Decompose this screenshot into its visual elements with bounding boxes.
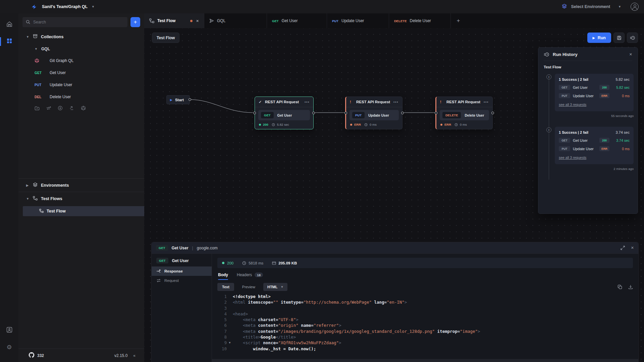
tab-body[interactable]: Body xyxy=(218,273,228,280)
method-label: GET xyxy=(35,71,47,75)
node-menu-icon[interactable]: ••• xyxy=(393,100,398,104)
arrows-swap-icon[interactable] xyxy=(46,106,51,112)
user-box-icon xyxy=(6,327,12,334)
node-title: REST API Request xyxy=(446,100,481,104)
nav-interceptor[interactable] xyxy=(0,324,18,337)
fold-caret-icon[interactable]: ▼ xyxy=(227,340,233,346)
node-menu-icon[interactable]: ••• xyxy=(305,100,310,104)
graphql-hex-icon[interactable] xyxy=(81,106,86,112)
save-button[interactable] xyxy=(613,33,625,43)
github-star-count: 332 xyxy=(37,353,44,358)
line-number: 3 xyxy=(212,305,227,311)
history-request-row: GET Get User 200 3.74 sec xyxy=(559,138,630,143)
chevron-down-icon: ▼ xyxy=(280,285,283,289)
timeline-marker-icon: ! xyxy=(546,127,551,132)
save-icon xyxy=(617,36,622,40)
start-node[interactable]: ▶ Start xyxy=(166,95,190,104)
input-port[interactable] xyxy=(344,112,347,114)
select-environment-button[interactable]: Select Environment xyxy=(571,4,610,9)
tab-update-user[interactable]: PUTUpdate User xyxy=(327,13,389,28)
headers-count-badge: 18 xyxy=(255,273,263,277)
format-select[interactable]: HTML ▼ xyxy=(263,283,287,291)
body-toolbar: Text Preview HTML ▼ xyxy=(212,280,638,293)
caret-right-icon: ▶ xyxy=(26,184,30,187)
output-port[interactable] xyxy=(189,98,191,101)
view-preview-button[interactable]: Preview xyxy=(237,283,260,291)
nav-collections[interactable] xyxy=(0,36,18,48)
sidebar-item-delete-user[interactable]: DELDelete User xyxy=(18,91,144,103)
caret-down-icon: ▼ xyxy=(35,47,38,51)
tab-delete-user[interactable]: DELETEDelete User xyxy=(389,13,450,28)
input-port[interactable] xyxy=(435,112,437,114)
flow-node-update-user[interactable]: ! REST API Request ••• PUT Update User E… xyxy=(345,97,402,129)
nav-request[interactable]: Request xyxy=(152,276,212,285)
line-number: 4 xyxy=(212,311,227,317)
test-flows-section-header[interactable]: ▼ Test Flows xyxy=(18,192,144,205)
output-port[interactable] xyxy=(312,112,315,114)
flow-node-delete-user[interactable]: ! REST API Request ••• DELETE Delete Use… xyxy=(435,97,493,129)
workspace-selector[interactable]: Sanil's Team/Graph QL xyxy=(42,4,88,9)
copy-icon[interactable] xyxy=(618,285,622,289)
output-port[interactable] xyxy=(491,112,494,114)
tab-headers[interactable]: Headers 18 xyxy=(237,273,263,280)
nav-home[interactable] xyxy=(0,19,18,31)
method-badge: GET xyxy=(156,245,168,251)
gear-icon: ⚙ xyxy=(6,344,12,351)
new-tab-button[interactable]: + xyxy=(450,13,466,28)
see-all-requests-link[interactable]: see all 3 requests xyxy=(559,156,586,160)
archive-box-icon xyxy=(33,34,38,40)
code-viewer[interactable]: 1 <!doctype html>2 <html itemscope="" it… xyxy=(212,293,638,362)
nav-response[interactable]: Response xyxy=(152,266,212,276)
flow-canvas[interactable]: Test Flow ▶ Run ▶ Start ✓ R xyxy=(144,28,644,362)
status-dot xyxy=(222,262,224,264)
run-button[interactable]: ▶ Run xyxy=(587,33,611,43)
expand-icon[interactable] xyxy=(621,246,625,250)
output-port[interactable] xyxy=(401,112,404,114)
close-icon[interactable]: ✕ xyxy=(631,246,634,250)
github-icon[interactable] xyxy=(29,352,35,359)
chevron-down-icon[interactable]: ▼ xyxy=(618,5,621,8)
flow-node-get-user[interactable]: ✓ REST API Request ••• GET Get User 200 … xyxy=(255,97,314,129)
search-input[interactable] xyxy=(22,17,127,27)
size-icon xyxy=(272,261,276,265)
code-line: 7 <meta content="/images/branding/google… xyxy=(212,328,638,334)
run-history-flow-name: Test Flow xyxy=(544,65,632,69)
collection-folder-gql[interactable]: ▼ GQL xyxy=(18,43,144,55)
download-icon[interactable] xyxy=(628,285,633,289)
see-all-requests-link[interactable]: see all 3 requests xyxy=(559,103,586,107)
account-button[interactable] xyxy=(631,3,639,11)
sidebar-item-git-graph-ql[interactable]: Git Graph QL xyxy=(18,55,144,67)
run-history-button[interactable] xyxy=(627,33,638,43)
request-label: Update User xyxy=(50,82,72,87)
clock-icon xyxy=(272,123,275,126)
close-icon[interactable]: ✕ xyxy=(196,19,199,23)
tab-label: Delete User xyxy=(410,18,431,23)
collapse-sidebar-button[interactable]: « xyxy=(133,353,136,358)
close-icon[interactable]: ✕ xyxy=(629,52,632,57)
view-text-button[interactable]: Text xyxy=(217,283,234,291)
tab-gql[interactable]: GQL xyxy=(204,13,267,28)
add-new-button[interactable]: + xyxy=(130,17,140,27)
folder-plus-icon[interactable] xyxy=(35,106,40,112)
sidebar-item-test-flow[interactable]: Test Flow xyxy=(23,206,144,216)
chevron-down-icon[interactable]: ▼ xyxy=(92,5,95,8)
line-number: 8 xyxy=(212,334,227,340)
environments-section-header[interactable]: ▶ Environments xyxy=(18,179,144,192)
node-menu-icon[interactable]: ••• xyxy=(484,100,489,104)
flow-name-badge: Test Flow xyxy=(152,33,179,43)
input-port[interactable] xyxy=(253,112,256,114)
collections-section-header[interactable]: ▼ Collections xyxy=(18,31,144,43)
request-name: Get User xyxy=(573,138,597,142)
request-name: Update User xyxy=(368,113,389,117)
tab-get-user[interactable]: GETGet User xyxy=(267,13,327,28)
tab-test-flow[interactable]: Test Flow✕ xyxy=(144,13,204,28)
request-name: Update User xyxy=(573,94,597,98)
sidebar-item-update-user[interactable]: PUTUpdate User xyxy=(18,79,144,91)
sidebar-item-get-user[interactable]: GETGet User xyxy=(18,67,144,79)
nav-settings[interactable]: ⚙ xyxy=(0,341,18,353)
hand-download-icon[interactable] xyxy=(69,106,74,112)
clock-icon xyxy=(364,123,368,126)
line-number: 1 xyxy=(212,294,227,299)
bolt-circle-icon[interactable] xyxy=(58,106,63,112)
horizontal-scrollbar[interactable] xyxy=(212,359,638,362)
